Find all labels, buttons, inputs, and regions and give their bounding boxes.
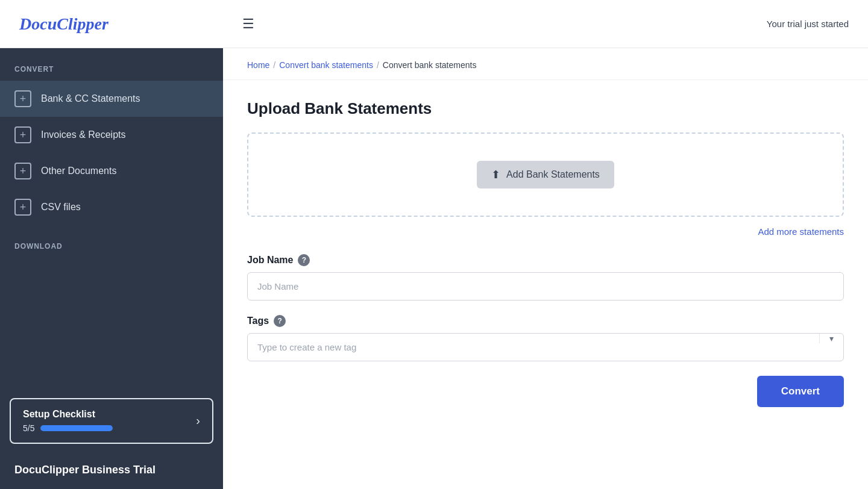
tags-field: Tags ? ▾ — [247, 315, 844, 361]
plus-icon-bank: + — [14, 90, 31, 107]
main-layout: CONVERT + Bank & CC Statements + Invoice… — [0, 48, 868, 489]
trial-text: Your trial just started — [767, 19, 849, 29]
page-content: Upload Bank Statements ⬆ Add Bank Statem… — [223, 80, 868, 426]
job-name-label-row: Job Name ? — [247, 254, 844, 266]
setup-checklist-title: Setup Checklist — [23, 409, 189, 420]
app-logo: DocuClipper — [19, 14, 242, 34]
sidebar-label-other-docs: Other Documents — [41, 166, 116, 176]
convert-button-row: Convert — [247, 376, 844, 407]
add-more-statements-link[interactable]: Add more statements — [758, 226, 844, 237]
breadcrumb-sep-2: / — [377, 60, 379, 70]
breadcrumb-sep-1: / — [273, 60, 275, 70]
plus-icon-other-docs: + — [14, 163, 31, 179]
tags-input-wrapper: ▾ — [247, 333, 844, 361]
plus-icon-csv: + — [14, 199, 31, 216]
progress-bar-bg — [40, 425, 113, 431]
sidebar-label-csv: CSV files — [41, 202, 81, 213]
sidebar-label-invoices: Invoices & Receipts — [41, 129, 126, 140]
app-header: DocuClipper ☰ Your trial just started — [0, 0, 868, 48]
upload-dropzone[interactable]: ⬆ Add Bank Statements — [247, 132, 844, 217]
breadcrumb-convert-bank[interactable]: Convert bank statements — [279, 60, 373, 70]
breadcrumb-home[interactable]: Home — [247, 60, 269, 70]
add-more-statements-link-row: Add more statements — [247, 226, 844, 237]
job-name-field: Job Name ? — [247, 254, 844, 301]
add-bank-statements-button[interactable]: ⬆ Add Bank Statements — [477, 161, 614, 188]
sidebar-item-csv-files[interactable]: + CSV files — [0, 189, 223, 225]
business-trial-title: DocuClipper Business Trial — [14, 463, 209, 477]
convert-section-label: CONVERT — [0, 48, 223, 81]
sidebar-item-invoices[interactable]: + Invoices & Receipts — [0, 117, 223, 153]
tags-label: Tags — [247, 316, 269, 326]
progress-bar-fill — [40, 425, 113, 431]
tags-label-row: Tags ? — [247, 315, 844, 327]
job-name-input[interactable] — [247, 272, 844, 301]
sidebar-item-other-docs[interactable]: + Other Documents — [0, 153, 223, 189]
setup-checklist-score: 5/5 — [23, 423, 34, 433]
setup-checklist-progress: 5/5 — [23, 423, 189, 433]
breadcrumb: Home / Convert bank statements / Convert… — [223, 48, 868, 80]
tags-help-icon[interactable]: ? — [274, 315, 286, 327]
page-title: Upload Bank Statements — [247, 99, 844, 118]
download-section-label: DOWNLOAD — [0, 225, 223, 258]
convert-button[interactable]: Convert — [757, 376, 844, 407]
setup-checklist[interactable]: Setup Checklist 5/5 › — [10, 398, 213, 444]
main-content: Home / Convert bank statements / Convert… — [223, 48, 868, 489]
breadcrumb-current: Convert bank statements — [383, 60, 477, 70]
business-trial-section: DocuClipper Business Trial — [0, 453, 223, 489]
upload-icon: ⬆ — [491, 168, 500, 181]
sidebar-label-bank-cc: Bank & CC Statements — [41, 93, 140, 104]
tags-dropdown-icon[interactable]: ▾ — [819, 334, 843, 343]
job-name-label: Job Name — [247, 255, 293, 266]
setup-checklist-arrow: › — [196, 414, 200, 428]
upload-btn-label: Add Bank Statements — [506, 169, 600, 180]
plus-icon-invoices: + — [14, 126, 31, 143]
setup-checklist-content: Setup Checklist 5/5 — [23, 409, 189, 433]
sidebar: CONVERT + Bank & CC Statements + Invoice… — [0, 48, 223, 489]
menu-icon[interactable]: ☰ — [242, 16, 767, 32]
job-name-help-icon[interactable]: ? — [298, 254, 310, 266]
tags-input[interactable] — [248, 334, 819, 361]
sidebar-item-bank-cc[interactable]: + Bank & CC Statements — [0, 81, 223, 117]
